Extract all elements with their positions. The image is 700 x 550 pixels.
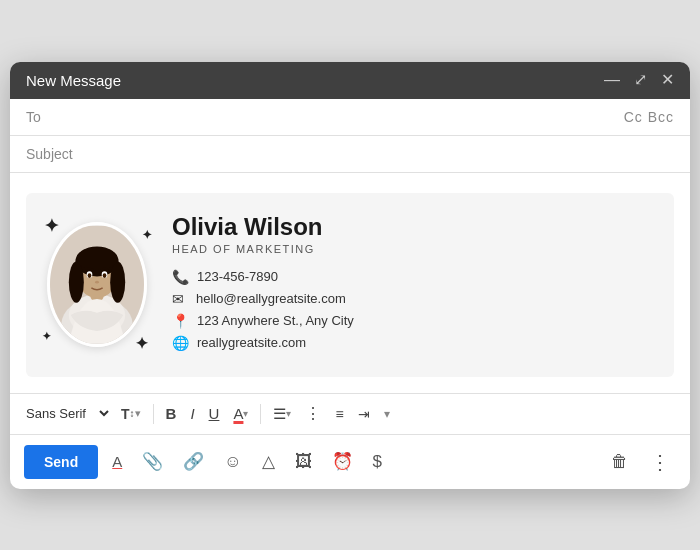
svg-point-12	[103, 273, 107, 278]
italic-button[interactable]: I	[185, 402, 199, 425]
subject-field-row: Subject	[10, 136, 690, 173]
send-button[interactable]: Send	[24, 445, 98, 479]
bottom-toolbar: Send A 📎 🔗 ☺ △ 🖼 ⏰ $ 🗑 ⋮	[10, 434, 690, 489]
bold-button[interactable]: B	[161, 402, 182, 425]
phone-number: 123-456-7890	[197, 269, 278, 284]
subject-input[interactable]	[76, 146, 674, 162]
font-family-select[interactable]: Sans Serif Serif Monospace	[20, 403, 112, 424]
avatar-svg	[50, 225, 144, 344]
insert-link-button[interactable]: 🔗	[177, 446, 210, 477]
window-controls: — ⤢ ✕	[604, 72, 674, 88]
text-color-bottom-button[interactable]: A	[106, 448, 128, 475]
profile-photo	[47, 222, 147, 347]
numbered-list-button[interactable]: ⋮	[300, 402, 326, 426]
svg-point-13	[95, 281, 99, 284]
divider-1	[153, 404, 154, 424]
close-button[interactable]: ✕	[661, 72, 674, 88]
signature-info: Olivia Wilson HEAD OF MARKETING 📞 123-45…	[172, 213, 654, 357]
website-url: reallygreatsite.com	[197, 335, 306, 350]
signature-job-title: HEAD OF MARKETING	[172, 243, 654, 255]
minimize-button[interactable]: —	[604, 72, 620, 88]
signature-card: ✦ ✦ ✦ ✦	[26, 193, 674, 377]
cc-bcc-button[interactable]: Cc Bcc	[624, 109, 674, 125]
svg-point-7	[110, 261, 125, 302]
emoji-button[interactable]: ☺	[218, 447, 247, 477]
bullet-list-button[interactable]: ≡	[330, 403, 348, 425]
font-size-button[interactable]: T↕ ▾	[116, 403, 146, 425]
align-button[interactable]: ☰▾	[268, 402, 296, 425]
signature-phone: 📞 123-456-7890	[172, 269, 654, 285]
discard-button[interactable]: 🗑	[603, 447, 636, 477]
svg-point-6	[69, 261, 84, 302]
sparkle-tl: ✦	[44, 217, 59, 235]
underline-button[interactable]: U	[204, 402, 225, 425]
more-formatting-button[interactable]: ▾	[379, 404, 395, 424]
signature-address: 📍 123 Anywhere St., Any City	[172, 313, 654, 329]
globe-icon: 🌐	[172, 335, 189, 351]
maximize-button[interactable]: ⤢	[634, 72, 647, 88]
address-text: 123 Anywhere St., Any City	[197, 313, 354, 328]
attach-file-button[interactable]: 📎	[136, 446, 169, 477]
formatting-toolbar: Sans Serif Serif Monospace T↕ ▾ B I U A …	[10, 393, 690, 434]
to-input[interactable]	[76, 109, 624, 125]
svg-point-11	[88, 273, 92, 278]
body-area[interactable]: ✦ ✦ ✦ ✦	[10, 173, 690, 393]
window-title: New Message	[26, 72, 121, 89]
drive-button[interactable]: △	[256, 446, 281, 477]
indent-button[interactable]: ⇥	[353, 403, 375, 425]
divider-2	[260, 404, 261, 424]
email-icon: ✉	[172, 291, 188, 307]
to-label: To	[26, 109, 76, 125]
confidential-button[interactable]: $	[367, 447, 388, 477]
more-options-button[interactable]: ⋮	[644, 445, 676, 479]
to-field-row: To Cc Bcc	[10, 99, 690, 136]
email-address: hello@reallygreatsite.com	[196, 291, 346, 306]
location-icon: 📍	[172, 313, 189, 329]
phone-icon: 📞	[172, 269, 189, 285]
schedule-button[interactable]: ⏰	[326, 446, 359, 477]
signature-website: 🌐 reallygreatsite.com	[172, 335, 654, 351]
compose-window: New Message — ⤢ ✕ To Cc Bcc Subject ✦ ✦ …	[10, 62, 690, 489]
sparkle-tr: ✦	[142, 229, 152, 241]
svg-point-8	[76, 247, 117, 270]
titlebar: New Message — ⤢ ✕	[10, 62, 690, 99]
sparkle-br: ✦	[135, 336, 148, 352]
photo-container: ✦ ✦ ✦ ✦	[42, 217, 152, 352]
font-color-button[interactable]: A ▾	[228, 402, 253, 425]
signature-email: ✉ hello@reallygreatsite.com	[172, 291, 654, 307]
subject-label: Subject	[26, 146, 76, 162]
sparkle-bl: ✦	[42, 331, 51, 342]
insert-photo-button[interactable]: 🖼	[289, 447, 318, 477]
signature-name: Olivia Wilson	[172, 213, 654, 241]
